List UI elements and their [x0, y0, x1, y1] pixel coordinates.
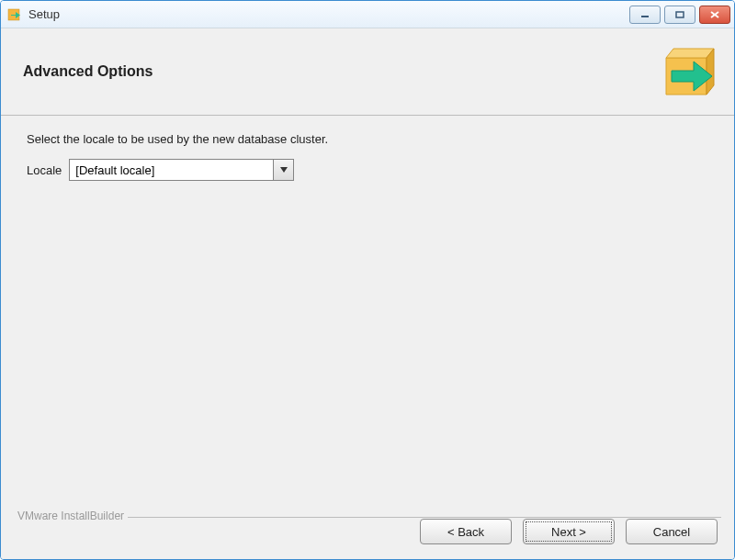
box-arrow-icon — [653, 39, 719, 106]
brand-label: VMware InstallBuilder — [14, 510, 128, 522]
locale-label: Locale — [27, 163, 62, 177]
description-text: Select the locale to be used by the new … — [27, 132, 708, 146]
close-button[interactable] — [699, 6, 730, 24]
minimize-button[interactable] — [629, 6, 661, 24]
page-title: Advanced Options — [23, 63, 153, 80]
wizard-header: Advanced Options — [1, 28, 734, 116]
wizard-footer: VMware InstallBuilder < Back Next > Canc… — [1, 504, 734, 559]
back-button[interactable]: < Back — [420, 519, 512, 544]
app-icon — [6, 6, 23, 23]
window-controls — [629, 6, 734, 24]
dropdown-arrow-icon[interactable] — [273, 160, 293, 180]
svg-marker-10 — [280, 167, 288, 173]
window-title: Setup — [28, 7, 60, 21]
svg-rect-3 — [676, 12, 684, 17]
next-button[interactable]: Next > — [523, 519, 615, 544]
titlebar: Setup — [1, 1, 734, 28]
setup-window: Setup Advanced Options Select the — [0, 0, 735, 560]
cancel-button[interactable]: Cancel — [626, 519, 718, 544]
maximize-button[interactable] — [664, 6, 695, 24]
wizard-content: Select the locale to be used by the new … — [1, 116, 734, 504]
svg-marker-7 — [666, 49, 714, 58]
locale-combobox[interactable] — [69, 159, 294, 181]
locale-input[interactable] — [70, 160, 273, 180]
locale-field-row: Locale — [27, 159, 708, 181]
